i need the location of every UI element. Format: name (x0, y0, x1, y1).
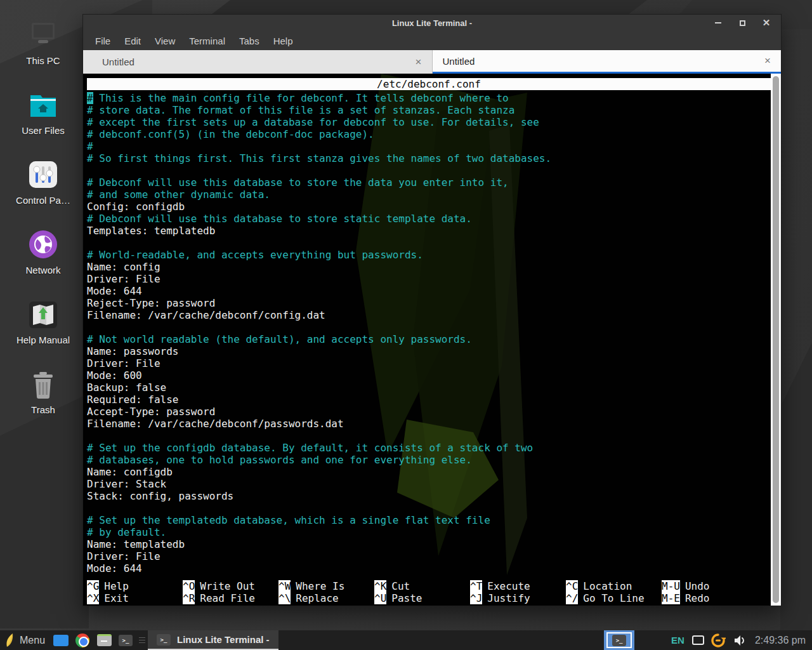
nano-line: # and some other dynamic data. (87, 189, 771, 201)
home-folder-icon (27, 86, 59, 119)
desktop-icon-trash[interactable]: Trash (0, 366, 86, 435)
shortcut-key: ^X (87, 592, 99, 604)
sliders-icon (28, 156, 58, 189)
desktop-icon-network[interactable]: Network (0, 226, 86, 296)
trash-icon (29, 366, 57, 399)
shortcut-cell: ^XExit (87, 592, 183, 604)
shortcut-label: Go To Line (583, 592, 644, 604)
nano-line: # So first things first. This first stan… (87, 152, 771, 164)
shortcut-cell: ^KCut (374, 580, 470, 592)
nano-line: Mode: 644 (87, 285, 771, 297)
tray-terminal-button[interactable]: >_ (604, 630, 634, 650)
nano-line: Name: configdb (87, 466, 771, 478)
shortcut-key: ^U (374, 592, 386, 604)
task-button-terminal[interactable]: >_ Linux Lite Terminal - (148, 630, 278, 650)
clock[interactable]: 2:49:36 pm (755, 635, 806, 646)
shortcut-cell: ^CLocation (566, 580, 662, 592)
shortcut-label: Write Out (200, 580, 255, 592)
taskbar: Menu >_ >_ Linux Lite Terminal - >_ EN (0, 630, 812, 650)
shortcut-cell: ^RRead File (183, 592, 278, 604)
nano-line: Mode: 600 (87, 369, 771, 381)
menu-tabs[interactable]: Tabs (232, 36, 266, 46)
menu-help[interactable]: Help (266, 36, 300, 46)
titlebar[interactable]: Linux Lite Terminal - ✕ (83, 15, 781, 31)
nano-line: # except the first sets up a database fo… (87, 116, 771, 128)
menu-terminal[interactable]: Terminal (182, 36, 232, 46)
desktop-icon-this-pc[interactable]: This PC (0, 17, 86, 86)
shortcut-key: ^K (374, 580, 386, 592)
tab-close-icon[interactable]: × (416, 56, 422, 69)
nano-line: Filename: /var/cache/debconf/passwords.d… (87, 418, 771, 430)
nano-line: Filename: /var/cache/debconf/config.dat (87, 309, 771, 321)
chrome-icon (75, 633, 89, 647)
tab-label: Untitled (443, 56, 475, 67)
taskbar-separator (139, 635, 145, 646)
maximize-button[interactable] (738, 18, 747, 27)
desktop-icon-label: Control Pa… (16, 195, 70, 206)
menu-file[interactable]: File (88, 36, 117, 46)
desktop-icon (53, 635, 69, 646)
menu-edit[interactable]: Edit (117, 36, 148, 46)
nano-line: # Debconf will use this database to stor… (87, 213, 771, 225)
linux-lite-logo-icon (5, 633, 15, 647)
nano-line: # (87, 140, 771, 152)
nano-line: # store data. The format of this file is… (87, 104, 771, 116)
nano-line: Name: config (87, 261, 771, 273)
tab-close-icon[interactable]: × (764, 55, 771, 67)
start-menu-button[interactable]: Menu (0, 630, 50, 650)
shortcut-key: ^W (278, 580, 291, 592)
close-button[interactable]: ✕ (762, 18, 771, 27)
menu-view[interactable]: View (148, 36, 182, 46)
file-manager-launcher[interactable] (93, 630, 115, 650)
desktop-icon-label: Network (25, 265, 60, 275)
nano-line: Backup: false (87, 381, 771, 394)
globe-icon (29, 226, 58, 259)
shortcut-cell: ^JJustify (470, 592, 566, 604)
tab-untitled-2[interactable]: Untitled × (433, 50, 782, 74)
window-title: Linux Lite Terminal - (83, 18, 781, 28)
desktop-icon-user-files[interactable]: User Files (0, 86, 86, 156)
nano-lines: # This is the main config file for debco… (87, 92, 771, 574)
nano-line: Required: false (87, 394, 771, 406)
shortcut-key: M-U (662, 580, 680, 592)
terminal-scrollbar[interactable] (771, 74, 781, 606)
show-desktop-button[interactable] (50, 630, 72, 650)
terminal-screen[interactable]: GNU nano 7.2 /etc/debconf.conf # This is… (83, 74, 771, 606)
chrome-launcher[interactable] (72, 630, 93, 650)
manual-icon (29, 296, 58, 329)
language-indicator[interactable]: EN (671, 635, 684, 646)
minimize-button[interactable] (714, 18, 723, 27)
nano-header: GNU nano 7.2 /etc/debconf.conf (87, 78, 771, 90)
shortcut-label: Replace (296, 592, 338, 604)
shortcut-cell: ^OWrite Out (183, 580, 278, 592)
window-controls: ✕ (714, 18, 781, 27)
file-manager-icon (97, 634, 112, 646)
desktop-icon-label: Trash (31, 404, 55, 415)
nano-line: # debconf.conf(5) (in the debconf-doc pa… (87, 128, 771, 140)
terminal-window: Linux Lite Terminal - ✕ File Edit View T… (82, 14, 782, 606)
nano-shortcuts: ^GHelp^OWrite Out^WWhere Is^KCut^TExecut… (87, 580, 771, 604)
shortcut-label: Execute (487, 580, 530, 592)
volume-icon[interactable] (733, 635, 746, 646)
desktop-icon-help-manual[interactable]: Help Manual (0, 296, 86, 366)
tab-untitled-1[interactable]: Untitled × (83, 50, 433, 74)
terminal-icon: >_ (612, 635, 626, 646)
nano-line: Templates: templatedb (87, 225, 771, 237)
computer-icon (27, 17, 59, 50)
display-icon[interactable] (692, 635, 704, 645)
terminal-launcher[interactable]: >_ (115, 630, 136, 650)
shortcut-cell: ^WWhere Is (278, 580, 374, 592)
nano-line: Driver: File (87, 273, 771, 285)
nano-line (87, 502, 771, 514)
scrollbar-thumb[interactable] (773, 76, 779, 603)
nano-line: Name: templatedb (87, 538, 771, 550)
update-icon[interactable] (710, 633, 726, 648)
nano-line: Driver: File (87, 550, 771, 562)
desktop-icon-control-panel[interactable]: Control Pa… (0, 156, 86, 226)
shortcut-label: Where Is (296, 580, 344, 592)
nano-line (87, 430, 771, 442)
shortcut-cell: ^TExecute (470, 580, 566, 592)
tab-bar: Untitled × Untitled × (83, 50, 781, 74)
nano-line: Driver: File (87, 357, 771, 369)
nano-line (87, 237, 771, 249)
